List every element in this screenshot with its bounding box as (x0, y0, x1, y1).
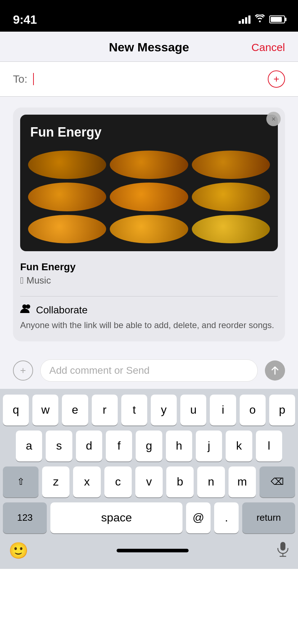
add-attachment-button[interactable]: + (13, 360, 33, 381)
album-art-title: Fun Energy (30, 125, 101, 140)
signal-icon (239, 15, 250, 24)
key-p[interactable]: p (269, 395, 295, 426)
apple-logo-icon:  (20, 275, 24, 286)
key-i[interactable]: i (210, 395, 236, 426)
key-c[interactable]: c (104, 466, 132, 497)
key-q[interactable]: q (3, 395, 29, 426)
music-name: Fun Energy (20, 261, 278, 273)
key-t[interactable]: t (121, 395, 147, 426)
divider (20, 296, 278, 296)
svg-rect-2 (280, 542, 285, 551)
key-x[interactable]: x (73, 466, 100, 497)
microphone-button[interactable] (276, 541, 289, 560)
key-z[interactable]: z (42, 466, 69, 497)
key-u[interactable]: u (180, 395, 206, 426)
collaborate-title: Collaborate (20, 304, 278, 316)
keyboard-row-1: q w e r t y u i o p (3, 395, 295, 426)
key-r[interactable]: r (92, 395, 118, 426)
key-d[interactable]: d (76, 431, 102, 461)
keyboard-row-3: ⇧ z x c v b n m ⌫ (3, 466, 295, 497)
shift-key[interactable]: ⇧ (3, 466, 39, 497)
key-e[interactable]: e (62, 395, 88, 426)
key-k[interactable]: k (226, 431, 252, 461)
keyboard-row-4: 123 space @ . return (3, 502, 295, 533)
keyboard-bottom: 🙂 (3, 538, 295, 566)
keyboard: q w e r t y u i o p a s d f g h j k l ⇧ … (0, 389, 298, 569)
to-cursor (33, 73, 34, 85)
music-service:  Music (20, 275, 278, 286)
dot-key[interactable]: . (214, 502, 239, 533)
key-s[interactable]: s (46, 431, 72, 461)
collaborate-desc: Anyone with the link will be able to add… (20, 319, 278, 331)
album-art: Fun Energy (20, 115, 278, 251)
close-card-button[interactable]: × (266, 112, 281, 126)
wifi-icon (255, 14, 265, 24)
keyboard-row-2: a s d f g h j k l (3, 431, 295, 461)
nav-title: New Message (109, 40, 189, 54)
status-icons (239, 14, 285, 24)
emoji-button[interactable]: 🙂 (9, 541, 28, 560)
key-o[interactable]: o (240, 395, 266, 426)
key-h[interactable]: h (166, 431, 192, 461)
key-f[interactable]: f (106, 431, 132, 461)
service-name: Music (27, 275, 51, 286)
key-l[interactable]: l (256, 431, 282, 461)
comment-input[interactable]: Add comment or Send (40, 359, 258, 382)
return-key[interactable]: return (242, 502, 295, 533)
to-label: To: (13, 73, 27, 85)
key-n[interactable]: n (197, 466, 225, 497)
key-b[interactable]: b (166, 466, 194, 497)
comment-bar: + Add comment or Send (0, 352, 298, 389)
add-recipient-button[interactable]: + (268, 70, 285, 88)
music-info: Fun Energy  Music (20, 258, 278, 292)
send-button[interactable] (265, 360, 285, 381)
message-area: × Fun Energy Fun Energy (0, 97, 298, 352)
home-indicator (117, 549, 189, 552)
key-a[interactable]: a (16, 431, 42, 461)
collaborate-icon (20, 304, 32, 316)
battery-icon (269, 15, 285, 23)
delete-key[interactable]: ⌫ (259, 466, 295, 497)
space-key[interactable]: space (50, 502, 182, 533)
at-key[interactable]: @ (186, 502, 211, 533)
to-field[interactable]: To: + (0, 62, 298, 97)
music-card: × Fun Energy Fun Energy (13, 107, 285, 341)
nav-bar: New Message Cancel (0, 32, 298, 62)
numbers-key[interactable]: 123 (3, 502, 47, 533)
cancel-button[interactable]: Cancel (252, 41, 285, 54)
status-time: 9:41 (13, 13, 37, 27)
status-bar: 9:41 (0, 0, 298, 32)
key-j[interactable]: j (196, 431, 222, 461)
key-g[interactable]: g (136, 431, 162, 461)
key-v[interactable]: v (135, 466, 163, 497)
collaborate-section: Collaborate Anyone with the link will be… (20, 301, 278, 334)
key-m[interactable]: m (229, 466, 256, 497)
key-w[interactable]: w (32, 395, 58, 426)
key-y[interactable]: y (151, 395, 177, 426)
svg-point-1 (26, 304, 30, 309)
